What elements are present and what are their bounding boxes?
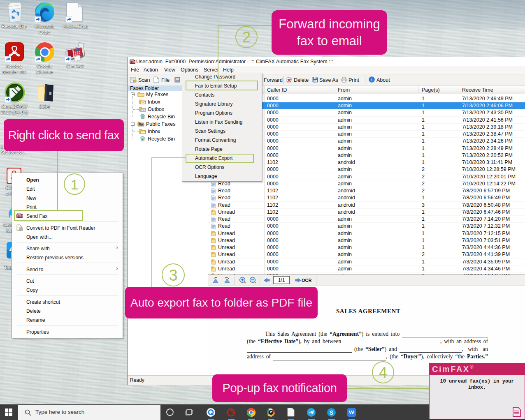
svg-text:S: S xyxy=(330,409,333,416)
svg-text:i: i xyxy=(371,77,372,82)
